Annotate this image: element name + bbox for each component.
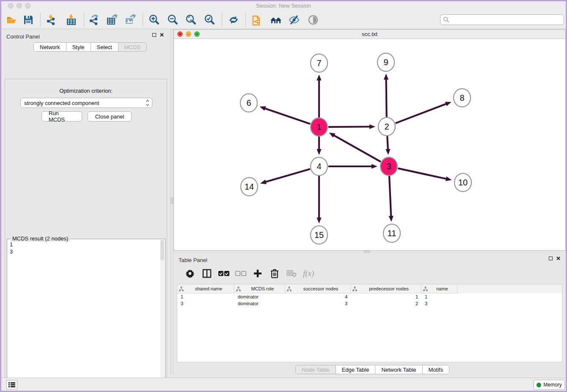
search-input[interactable]: [449, 17, 561, 23]
export-network-icon[interactable]: [87, 13, 101, 27]
graph-node-1[interactable]: 1: [311, 118, 328, 136]
network-maximize-icon[interactable]: +: [194, 31, 200, 37]
zoom-in-icon[interactable]: [148, 13, 161, 27]
column-header-label: MCDS role: [242, 286, 283, 291]
edge-2-3[interactable]: [387, 136, 388, 149]
edge-2-9[interactable]: [386, 79, 387, 117]
search-box[interactable]: [440, 14, 564, 25]
close-table-panel-icon[interactable]: ✕: [556, 257, 561, 260]
graph-node-7[interactable]: 7: [311, 54, 328, 72]
import-network-icon[interactable]: [44, 13, 58, 27]
table-row[interactable]: 3dominator323: [177, 300, 562, 307]
table-cell[interactable]: dominator: [234, 300, 285, 307]
delete-column-icon[interactable]: [269, 268, 280, 279]
close-panel-button[interactable]: Close panel: [88, 111, 132, 121]
float-panel-icon[interactable]: [152, 33, 156, 37]
graph-node-15[interactable]: 15: [311, 226, 328, 244]
table-row[interactable]: 1dominator411: [177, 293, 562, 300]
column-type-icon: [179, 287, 184, 291]
horizontal-splitter[interactable]: [173, 251, 566, 254]
tab-motifs[interactable]: Motifs: [423, 365, 449, 374]
tab-edge-table[interactable]: Edge Table: [336, 365, 376, 374]
zoom-out-icon[interactable]: [166, 13, 180, 27]
mcds-result-scrollbar[interactable]: [160, 240, 164, 392]
column-header-predecessor-nodes[interactable]: predecessor nodes: [351, 284, 421, 293]
network-minimize-icon[interactable]: −: [186, 31, 191, 37]
tab-node-table[interactable]: Node Table: [296, 365, 336, 374]
column-header-MCDS-role[interactable]: MCDS role: [234, 284, 285, 293]
memory-label: Memory: [543, 382, 561, 388]
node-label: 4: [317, 162, 321, 171]
column-header-name[interactable]: name: [421, 284, 457, 293]
optimization-criterion-select[interactable]: strongly connected component: [20, 98, 152, 108]
save-session-icon[interactable]: [22, 13, 35, 27]
column-header-shared-name[interactable]: shared name: [177, 284, 234, 293]
mcds-result-item[interactable]: 3: [10, 248, 160, 255]
mcds-result-list[interactable]: 13: [8, 241, 160, 255]
select-stepper-icon: [146, 100, 149, 105]
edge-arrowhead: [384, 74, 388, 80]
table-cell[interactable]: 1: [421, 293, 457, 300]
edge-3-11[interactable]: [389, 176, 391, 216]
show-columns-icon[interactable]: [201, 268, 212, 279]
graph-node-9[interactable]: 9: [377, 53, 394, 72]
graph-node-8[interactable]: 8: [454, 89, 471, 107]
graph-node-4[interactable]: 4: [311, 157, 328, 176]
graph-node-11[interactable]: 11: [383, 224, 400, 243]
tab-select[interactable]: Select: [91, 43, 118, 51]
export-table-icon[interactable]: [105, 13, 119, 27]
run-mcds-button[interactable]: Run MCDS: [41, 111, 82, 121]
show-all-icon[interactable]: [306, 13, 320, 27]
import-table-icon[interactable]: [65, 13, 78, 27]
node-label: 10: [458, 178, 468, 187]
table-cell[interactable]: 4: [285, 293, 351, 300]
tab-network-table[interactable]: Network Table: [375, 365, 422, 374]
edge-1-2[interactable]: [328, 127, 370, 127]
table-cell[interactable]: 2: [351, 300, 421, 307]
table-cell[interactable]: 1: [177, 293, 234, 300]
table-cell[interactable]: 3: [285, 300, 351, 307]
edge-3-1[interactable]: [334, 135, 381, 162]
first-neighbors-icon[interactable]: [269, 13, 283, 27]
zoom-selected-icon[interactable]: [203, 13, 217, 27]
graph-node-2[interactable]: 2: [378, 118, 395, 136]
graph-node-14[interactable]: 14: [241, 178, 258, 196]
zoom-fit-icon[interactable]: [184, 13, 198, 27]
vertical-splitter[interactable]: [170, 29, 173, 375]
add-column-icon[interactable]: [252, 268, 263, 279]
column-type-icon: [352, 287, 357, 291]
graph-node-10[interactable]: 10: [454, 174, 471, 192]
app-titlebar: Session: New Session: [1, 1, 566, 10]
table-cell[interactable]: 1: [351, 293, 421, 300]
column-header-successor-nodes[interactable]: successor nodes: [285, 284, 351, 293]
close-panel-icon[interactable]: ✕: [160, 33, 164, 37]
table-cell[interactable]: 3: [177, 300, 234, 307]
edge-4-14[interactable]: [265, 169, 310, 182]
deselect-all-icon[interactable]: [235, 268, 246, 279]
table-cell[interactable]: 3: [421, 300, 457, 307]
open-file-icon[interactable]: [5, 13, 18, 27]
memory-button[interactable]: Memory: [534, 380, 565, 390]
task-history-button[interactable]: [6, 380, 17, 389]
tab-style[interactable]: Style: [66, 43, 91, 51]
network-close-icon[interactable]: ✕: [177, 31, 183, 37]
graph-node-6[interactable]: 6: [240, 94, 257, 112]
export-image-icon[interactable]: [124, 13, 137, 27]
status-bar: Memory: [1, 378, 566, 391]
table-cell[interactable]: dominator: [234, 293, 285, 300]
float-table-panel-icon[interactable]: [549, 257, 553, 260]
edge-3-10[interactable]: [398, 168, 446, 179]
tab-network[interactable]: Network: [34, 43, 66, 51]
new-network-from-selection-icon[interactable]: [250, 13, 264, 27]
edge-1-6[interactable]: [265, 108, 310, 124]
refresh-icon[interactable]: [227, 13, 240, 27]
edge-2-8[interactable]: [396, 104, 446, 123]
hide-selected-icon[interactable]: [287, 13, 301, 27]
select-all-icon[interactable]: [218, 268, 229, 279]
graph-node-3[interactable]: 3: [380, 157, 397, 176]
network-canvas[interactable]: 7968124314101511: [174, 39, 565, 250]
mcds-result-item[interactable]: 1: [10, 241, 160, 248]
edge-arrowhead: [260, 179, 267, 184]
tab-mcds[interactable]: MCDS: [118, 43, 146, 51]
table-settings-gear-icon[interactable]: [184, 268, 195, 279]
